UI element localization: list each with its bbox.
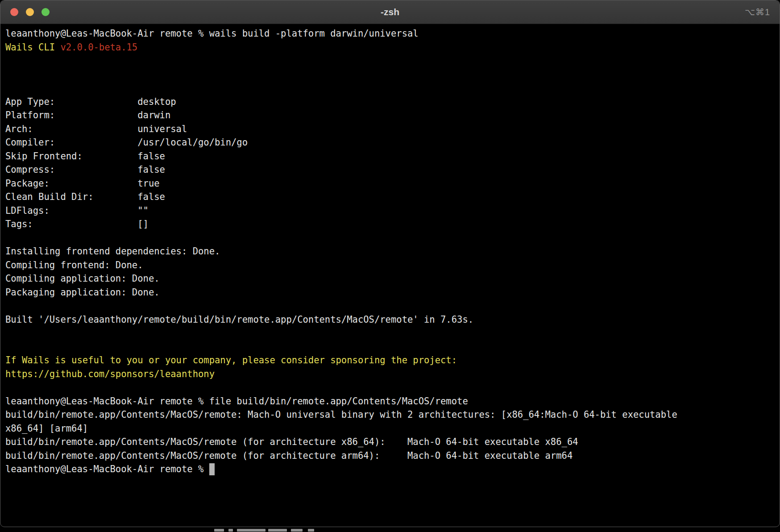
titlebar[interactable]: -zsh ⌥⌘1 bbox=[0, 0, 780, 24]
terminal-line bbox=[5, 54, 775, 68]
minimize-button[interactable] bbox=[26, 8, 34, 16]
terminal-text: Compiling frontend: Done. bbox=[5, 260, 143, 270]
terminal-text: x86_64] [arm64] bbox=[5, 423, 88, 434]
terminal-text: leaanthony@Leas-MacBook-Air remote % fil… bbox=[5, 396, 468, 407]
window-title: -zsh bbox=[0, 0, 780, 24]
terminal-line: leaanthony@Leas-MacBook-Air remote % fil… bbox=[5, 395, 775, 408]
terminal-text: Built '/Users/leaanthony/remote/build/bi… bbox=[5, 314, 473, 325]
terminal-line bbox=[5, 340, 775, 354]
background-window-fragment bbox=[291, 529, 303, 532]
terminal-text: leaanthony@Leas-MacBook-Air remote % wai… bbox=[5, 28, 419, 39]
background-window-fragment bbox=[228, 529, 233, 532]
background-window-fragment bbox=[308, 529, 314, 532]
terminal-line: Skip Frontend: false bbox=[5, 150, 775, 163]
terminal-line: If Wails is useful to you or your compan… bbox=[5, 353, 775, 367]
terminal-line: leaanthony@Leas-MacBook-Air remote % wai… bbox=[5, 27, 775, 41]
terminal-line: LDFlags: "" bbox=[5, 204, 775, 218]
terminal-output[interactable]: leaanthony@Leas-MacBook-Air remote % wai… bbox=[0, 24, 780, 476]
terminal-text: Packaging application: Done. bbox=[5, 287, 160, 298]
terminal-text: App Type: desktop bbox=[5, 96, 176, 107]
terminal-line: Arch: universal bbox=[5, 122, 775, 136]
terminal-line bbox=[5, 231, 775, 245]
terminal-text: Arch: universal bbox=[5, 124, 187, 134]
terminal-line: Tags: [] bbox=[5, 217, 775, 231]
terminal-line: x86_64] [arm64] bbox=[5, 422, 775, 436]
traffic-lights bbox=[10, 8, 50, 16]
terminal-text: Compiler: /usr/local/go/bin/go bbox=[5, 137, 248, 148]
terminal-line bbox=[5, 68, 775, 82]
background-window-fragment bbox=[214, 529, 224, 532]
terminal-line: Compress: false bbox=[5, 163, 775, 177]
terminal-text: Package: true bbox=[5, 178, 160, 189]
terminal-text: build/bin/remote.app/Contents/MacOS/remo… bbox=[5, 450, 573, 461]
terminal-line: Packaging application: Done. bbox=[5, 286, 775, 299]
terminal-text: Compiling application: Done. bbox=[5, 273, 160, 284]
terminal-line: build/bin/remote.app/Contents/MacOS/remo… bbox=[5, 408, 775, 422]
background-window-fragment bbox=[0, 529, 780, 532]
terminal-text: Installing frontend dependencies: Done. bbox=[5, 246, 220, 257]
terminal-text: If Wails is useful to you or your compan… bbox=[5, 355, 457, 366]
terminal-text: build/bin/remote.app/Contents/MacOS/remo… bbox=[5, 409, 677, 420]
terminal-line bbox=[5, 326, 775, 340]
terminal-line: Compiling frontend: Done. bbox=[5, 258, 775, 272]
terminal-line: build/bin/remote.app/Contents/MacOS/remo… bbox=[5, 449, 775, 463]
terminal-text: Clean Build Dir: false bbox=[5, 191, 165, 202]
terminal-line: Package: true bbox=[5, 177, 775, 191]
terminal-line: Platform: darwin bbox=[5, 108, 775, 122]
terminal-text: leaanthony@Leas-MacBook-Air remote % bbox=[5, 464, 209, 474]
sponsor-url-link[interactable]: https://github.com/sponsors/leaanthony bbox=[5, 369, 215, 379]
terminal-line: Installing frontend dependencies: Done. bbox=[5, 245, 775, 258]
close-button[interactable] bbox=[10, 8, 18, 16]
background-window-fragment bbox=[268, 529, 287, 532]
terminal-line bbox=[5, 299, 775, 313]
terminal-line: https://github.com/sponsors/leaanthony bbox=[5, 367, 775, 381]
terminal-text: Compress: false bbox=[5, 164, 165, 175]
zoom-button[interactable] bbox=[41, 8, 50, 16]
terminal-text: Platform: darwin bbox=[5, 110, 170, 121]
terminal-line: Built '/Users/leaanthony/remote/build/bi… bbox=[5, 313, 775, 327]
terminal-text: Tags: [] bbox=[5, 219, 149, 229]
terminal-line: build/bin/remote.app/Contents/MacOS/remo… bbox=[5, 435, 775, 449]
terminal-window: -zsh ⌥⌘1 leaanthony@Leas-MacBook-Air rem… bbox=[0, 0, 780, 527]
tab-shortcut-badge: ⌥⌘1 bbox=[745, 0, 770, 24]
terminal-text: Wails CLI bbox=[5, 42, 60, 53]
terminal-line: Compiling application: Done. bbox=[5, 272, 775, 286]
terminal-line: App Type: desktop bbox=[5, 95, 775, 109]
terminal-line bbox=[5, 81, 775, 95]
terminal-line: Wails CLI v2.0.0-beta.15 bbox=[5, 41, 775, 54]
terminal-text: LDFlags: "" bbox=[5, 205, 149, 216]
terminal-cursor bbox=[209, 463, 215, 475]
terminal-line: leaanthony@Leas-MacBook-Air remote % bbox=[5, 462, 775, 476]
background-window-fragment bbox=[237, 529, 266, 532]
terminal-text: v2.0.0-beta.15 bbox=[60, 42, 137, 53]
terminal-text: build/bin/remote.app/Contents/MacOS/remo… bbox=[5, 436, 578, 447]
terminal-line: Compiler: /usr/local/go/bin/go bbox=[5, 136, 775, 150]
terminal-line bbox=[5, 381, 775, 395]
terminal-text: Skip Frontend: false bbox=[5, 151, 165, 162]
terminal-line: Clean Build Dir: false bbox=[5, 190, 775, 204]
